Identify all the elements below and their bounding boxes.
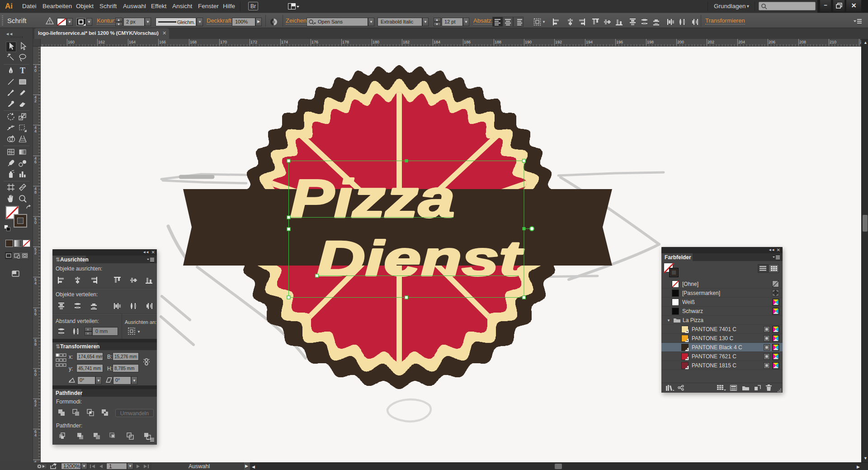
svg-text:Dienst: Dienst <box>317 230 524 286</box>
svg-text:T: T <box>20 66 25 75</box>
svg-text:Pizza: Pizza <box>290 169 455 228</box>
